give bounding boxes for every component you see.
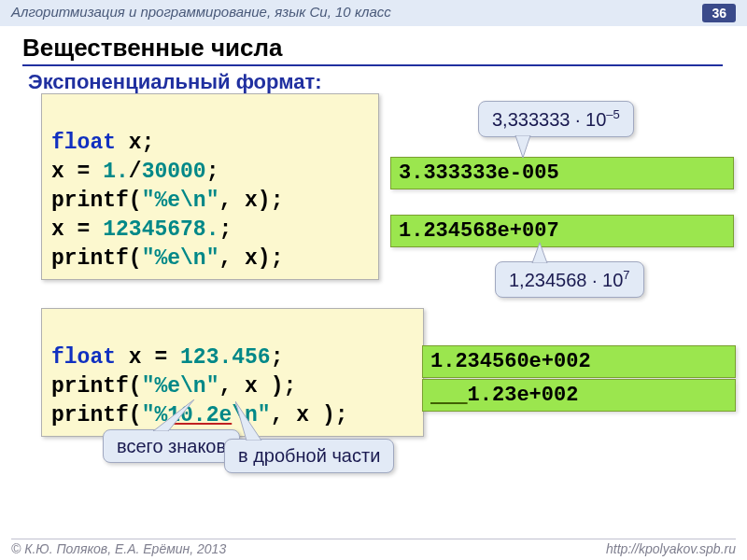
callout-pointer-icon [512, 135, 534, 160]
callout-sci-1: 3,333333 · 10–5 [478, 101, 634, 137]
svg-marker-1 [532, 243, 547, 263]
output-4: 1.23e+002 [422, 379, 736, 412]
output-2: 1.234568e+007 [390, 215, 734, 247]
page-number: 36 [702, 4, 736, 22]
callout-sci-2: 1,234568 · 107 [495, 261, 644, 298]
callout-pointer-icon [235, 401, 276, 441]
callout-frac-part: в дробной части [224, 439, 394, 473]
callout-total-chars: всего знаков [103, 429, 240, 463]
chapter-text: Алгоритмизация и программирование, язык … [11, 4, 391, 22]
svg-marker-3 [235, 401, 261, 441]
slide-subtitle: Экспоненциальный формат: [28, 70, 747, 94]
output-1: 3.333333e-005 [390, 157, 734, 189]
callout-pointer-icon [529, 243, 551, 263]
svg-marker-0 [515, 135, 530, 158]
callout-pointer-icon [153, 399, 200, 431]
site-url: http://kpolyakov.spb.ru [606, 541, 736, 556]
slide-footer: © К.Ю. Поляков, Е.А. Ерёмин, 2013 http:/… [11, 539, 736, 556]
slide-header: Алгоритмизация и программирование, язык … [0, 0, 747, 26]
output-3: 1.234560e+002 [422, 345, 736, 378]
svg-marker-2 [153, 399, 194, 431]
copyright-text: © К.Ю. Поляков, Е.А. Ерёмин, 2013 [11, 541, 226, 556]
slide-title: Вещественные числа [22, 34, 723, 66]
code-block-2: float x = 123.456; printf("%e\n", x ); p… [41, 308, 424, 437]
code-block-1: float x; x = 1./30000; printf("%e\n", x)… [41, 93, 379, 280]
